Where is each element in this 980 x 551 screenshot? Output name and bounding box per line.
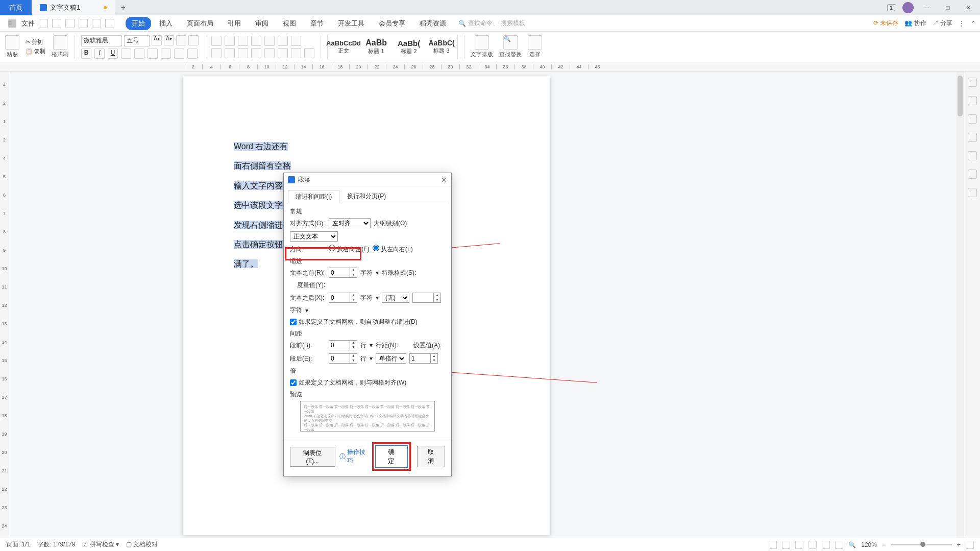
text-layout-group[interactable]: 文字排版 xyxy=(471,35,493,58)
rtl-radio[interactable]: 从右向左(F) xyxy=(329,245,370,254)
zoom-out-button[interactable]: 🔍 xyxy=(848,541,856,548)
metric-spinner[interactable]: ▲▼ xyxy=(412,293,441,303)
maximize-button[interactable]: □ xyxy=(941,1,954,14)
tab-start[interactable]: 开始 xyxy=(126,17,151,30)
zoom-plus[interactable]: + xyxy=(957,541,961,548)
borders-button[interactable] xyxy=(304,48,314,58)
web-view-icon[interactable] xyxy=(822,541,830,549)
ltr-radio[interactable]: 从左向右(L) xyxy=(373,245,413,254)
numbering-button[interactable] xyxy=(225,36,235,46)
tool-icon[interactable] xyxy=(968,78,977,87)
auto-adjust-indent-checkbox[interactable]: 如果定义了文档网格，则自动调整右缩进(D) xyxy=(290,318,445,326)
scroll-thumb[interactable] xyxy=(958,76,963,116)
clear-format-button[interactable] xyxy=(176,35,186,45)
style-normal[interactable]: AaBbCcDd正文 xyxy=(328,35,359,59)
zoom-minus[interactable]: − xyxy=(882,541,886,548)
superscript-button[interactable] xyxy=(134,49,144,59)
dialog-close-button[interactable]: ✕ xyxy=(441,176,447,184)
align-justify-button[interactable] xyxy=(251,48,261,58)
qat-save-icon[interactable] xyxy=(52,19,61,28)
focus-view-icon[interactable] xyxy=(835,541,843,549)
decrease-indent-button[interactable] xyxy=(238,36,248,46)
share-button[interactable]: ↗ 分享 xyxy=(933,19,952,28)
view-icon[interactable] xyxy=(769,541,777,549)
more-menu[interactable]: ⋮ xyxy=(959,20,965,27)
text-effects-button[interactable] xyxy=(161,49,171,59)
outline-select[interactable]: 正文文本 xyxy=(290,231,338,242)
tabs-button[interactable]: 制表位(T)... xyxy=(290,447,335,467)
tab-indent-spacing[interactable]: 缩进和间距(I) xyxy=(288,190,339,203)
before-text-spinner[interactable]: ▲▼ xyxy=(329,268,357,278)
alignment-select[interactable]: 左对齐 xyxy=(329,218,371,228)
text-line[interactable]: 点击确定按钮。 xyxy=(234,240,291,249)
tab-resources[interactable]: 稻壳资源 xyxy=(413,17,452,30)
find-replace-group[interactable]: 🔍 查找替换 xyxy=(499,35,522,58)
cut-button[interactable]: ✂ 剪切 xyxy=(26,38,45,46)
distribute-button[interactable] xyxy=(264,48,275,58)
line-spacing-select[interactable]: 单倍行距 xyxy=(376,353,406,364)
vertical-ruler[interactable]: 4212456789101112131415161718192021222324 xyxy=(0,71,9,541)
ok-button[interactable]: 确定 xyxy=(375,445,408,468)
style-h3[interactable]: AaBbC(标题 3 xyxy=(426,35,457,59)
after-text-spinner[interactable]: ▲▼ xyxy=(329,293,357,303)
qat-print-icon[interactable] xyxy=(65,19,75,28)
text-line[interactable]: 选中该段文字， xyxy=(234,201,291,209)
tab-sections[interactable]: 章节 xyxy=(304,17,330,30)
outline-view-icon[interactable] xyxy=(795,541,803,549)
tab-layout[interactable]: 页面布局 xyxy=(181,17,219,30)
proofing-button[interactable]: ▢ 文档校对 xyxy=(126,540,158,549)
char-scale-button[interactable] xyxy=(188,35,199,45)
text-line[interactable]: 满了。 xyxy=(234,259,258,268)
cancel-button[interactable]: 取消 xyxy=(417,446,445,467)
collapse-ribbon[interactable]: ⌃ xyxy=(971,20,976,27)
format-painter-button[interactable] xyxy=(53,35,67,50)
bullets-button[interactable] xyxy=(211,36,222,46)
font-color-button[interactable] xyxy=(187,49,198,59)
align-center-button[interactable] xyxy=(225,48,235,58)
tab-member[interactable]: 会员专享 xyxy=(373,17,411,30)
special-format-select[interactable]: (无) xyxy=(382,293,409,303)
shrink-font-button[interactable]: A▾ xyxy=(164,35,174,45)
fullscreen-icon[interactable] xyxy=(966,541,974,549)
tool-icon[interactable] xyxy=(968,170,977,179)
tool-icon[interactable] xyxy=(968,188,977,197)
qat-undo-icon[interactable] xyxy=(92,19,101,28)
user-avatar[interactable] xyxy=(902,2,914,13)
word-count[interactable]: 字数: 179/179 xyxy=(37,540,75,549)
tab-line-page-breaks[interactable]: 换行和分页(P) xyxy=(339,189,394,203)
shading-button[interactable] xyxy=(291,48,301,58)
select-group[interactable]: 选择 xyxy=(528,35,542,58)
space-after-spinner[interactable]: ▲▼ xyxy=(329,353,357,364)
subscript-button[interactable] xyxy=(148,49,158,59)
new-tab-button[interactable]: + xyxy=(115,0,131,15)
font-size-select[interactable]: 五号 xyxy=(124,35,150,46)
style-h2[interactable]: AaBb(标题 2 xyxy=(393,35,425,59)
strike-button[interactable] xyxy=(121,49,131,59)
window-count-badge[interactable]: 1 xyxy=(887,4,895,11)
show-marks-button[interactable] xyxy=(291,36,301,46)
space-before-spinner[interactable]: ▲▼ xyxy=(329,340,357,350)
tool-icon[interactable] xyxy=(968,133,977,142)
qat-preview-icon[interactable] xyxy=(79,19,88,28)
document-tab[interactable]: 文字文稿1 xyxy=(32,0,115,15)
highlight-button[interactable] xyxy=(174,49,184,59)
style-h1[interactable]: AaBb标题 1 xyxy=(360,35,392,59)
text-line[interactable]: 面右侧留有空格 xyxy=(234,161,291,170)
font-name-select[interactable]: 微软雅黑 xyxy=(81,35,122,46)
unsaved-indicator[interactable]: ⟳ 未保存 xyxy=(873,19,898,28)
snap-grid-checkbox[interactable]: 如果定义了文档网格，则与网格对齐(W) xyxy=(290,378,445,387)
file-menu[interactable]: 文件 xyxy=(21,19,35,28)
home-tab[interactable]: 首页 xyxy=(0,0,32,15)
text-line[interactable]: Word 右边还有 xyxy=(234,142,288,151)
command-search[interactable]: 🔍 查找命令、 搜索模板 xyxy=(458,19,525,28)
tab-review[interactable]: 审阅 xyxy=(249,17,275,30)
increase-indent-button[interactable] xyxy=(251,36,261,46)
vertical-scrollbar[interactable] xyxy=(957,71,964,541)
dialog-titlebar[interactable]: 段落 ✕ xyxy=(284,173,451,186)
tab-references[interactable]: 引用 xyxy=(222,17,247,30)
line-spacing-button[interactable] xyxy=(278,48,288,58)
align-left-button[interactable] xyxy=(211,48,222,58)
tab-insert[interactable]: 插入 xyxy=(153,17,179,30)
qat-new-icon[interactable] xyxy=(39,19,48,28)
text-line[interactable]: 发现右侧缩进被 xyxy=(234,221,291,229)
